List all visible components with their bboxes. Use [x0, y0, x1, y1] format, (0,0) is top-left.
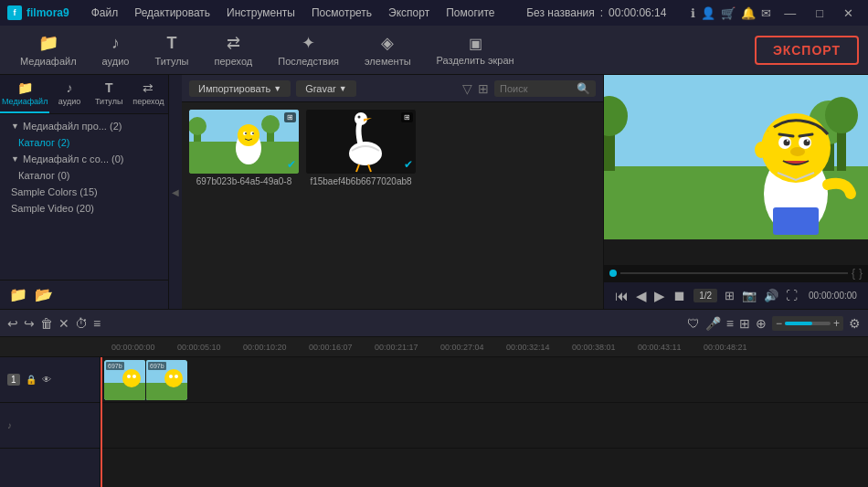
zoom-out-button[interactable]: − [776, 317, 782, 330]
tree-item-mediafile-c[interactable]: ▼ Медиафайл с со... (0) [0, 151, 168, 167]
playhead[interactable] [101, 357, 102, 487]
cut-button[interactable]: ✕ [58, 316, 69, 331]
grid-collapse-arrow[interactable]: ◀ [169, 75, 182, 309]
sidebar-media-icon: 📁 [17, 80, 33, 95]
mic-icon[interactable]: 🎤 [705, 316, 721, 331]
track-content: 697b 697b [101, 357, 868, 487]
delete-button[interactable]: 🗑 [40, 316, 53, 331]
timeline-tracks: 1 🔒 👁 ♪ [0, 357, 868, 487]
gravar-button[interactable]: Gravar ▼ [296, 80, 356, 97]
sidebar-tabs: 📁 Медиафайл ♪ аудио T Титулы ⇄ переход [0, 75, 168, 114]
shield-icon[interactable]: 🛡 [687, 316, 700, 331]
user-icon[interactable]: 👤 [701, 6, 715, 20]
add-folder-icon[interactable]: 📁 [9, 286, 27, 303]
zoom-slider[interactable] [785, 322, 831, 325]
svg-point-45 [164, 369, 183, 387]
volume-icon[interactable]: 🔊 [764, 289, 778, 302]
toolbar-elements[interactable]: ◈ элементы [354, 29, 422, 70]
info-icon[interactable]: ℹ [691, 6, 695, 20]
media-grid: ⊞ ✔ 697b023b-64a5-49a0-8 [182, 102, 603, 309]
search-input[interactable] [500, 83, 573, 94]
thumb-img-1: ⊞ ✔ [189, 110, 299, 174]
filter-icon[interactable]: ▽ [462, 81, 472, 96]
screenshot-icon[interactable]: 📷 [742, 289, 757, 302]
sidebar-tab-media[interactable]: 📁 Медиафайл [0, 75, 49, 113]
menu-view[interactable]: Посмотреть [304, 5, 379, 21]
toolbar-audio[interactable]: ♪ аудио [91, 30, 141, 70]
media-thumb-1[interactable]: ⊞ ✔ 697b023b-64a5-49a0-8 [189, 110, 299, 186]
fullscreen-icon[interactable]: ⛶ [786, 289, 798, 302]
undo-button[interactable]: ↩ [7, 316, 18, 331]
bell-icon[interactable]: 🔔 [741, 6, 756, 20]
bracket-right: } [859, 267, 863, 280]
sidebar-titles-icon: T [105, 80, 113, 95]
toolbar-media[interactable]: 📁 Медиафайл [9, 29, 88, 70]
search-icon[interactable]: 🔍 [577, 82, 590, 95]
add-circle-icon[interactable]: ⊕ [756, 316, 767, 331]
import-label: Импортировать [198, 83, 270, 94]
prev-frame-button[interactable]: ⏮ [615, 288, 629, 303]
svg-rect-19 [604, 166, 868, 239]
video-clip-1[interactable]: 697b 697b [104, 360, 187, 400]
svg-point-46 [169, 375, 173, 378]
sidebar-tab-audio[interactable]: ♪ аудио [49, 75, 89, 113]
track-header-video: 1 🔒 👁 [0, 357, 100, 403]
tree-item-sample-video[interactable]: Sample Video (20) [0, 200, 168, 217]
play-backward-button[interactable]: ◀ [636, 288, 647, 304]
toolbar-split[interactable]: ▣ Разделить экран [426, 31, 525, 69]
minimize-button[interactable]: — [777, 6, 803, 20]
cart-icon[interactable]: 🛒 [721, 6, 736, 20]
lock-icon[interactable]: 🔒 [26, 375, 37, 385]
menu-help[interactable]: Помогите [439, 5, 502, 21]
tree-item-label: Медиафайл про... (2) [23, 121, 122, 132]
svg-point-29 [755, 142, 767, 158]
export-button[interactable]: ЭКСПОРТ [755, 36, 859, 65]
media-thumb-2[interactable]: ⊞ ✔ f15baef4b6b6677020ab8 [306, 110, 416, 186]
timeline-toolbar: ↩ ↪ 🗑 ✕ ⏱ ≡ 🛡 🎤 ≡ ⊞ ⊕ − + ⚙ [0, 310, 868, 337]
tree-item-mediafile[interactable]: ▼ Медиафайл про... (2) [0, 118, 168, 134]
tree-item-catalog2[interactable]: Каталог (0) [0, 167, 168, 184]
titlebar-right-controls: ℹ 👤 🛒 🔔 ✉ — □ ✕ [691, 6, 861, 20]
grid-icon2[interactable]: ⊞ [739, 316, 750, 331]
grid-view-icon[interactable]: ⊞ [478, 81, 489, 96]
list-icon[interactable]: ≡ [726, 316, 734, 331]
sidebar-tab-titles[interactable]: T Титулы [90, 75, 129, 113]
stop-button[interactable]: ⏹ [672, 288, 686, 303]
tree-item-sample-colors[interactable]: Sample Colors (15) [0, 184, 168, 200]
settings-icon[interactable]: ⚙ [849, 316, 861, 331]
ruler-mark-8: 00:00:43:11 [636, 343, 702, 352]
ruler-mark-2: 00:00:10:20 [241, 343, 307, 352]
eye-icon[interactable]: 👁 [42, 375, 51, 385]
import-icon[interactable]: 📂 [35, 286, 53, 303]
ruler-mark-6: 00:00:32:14 [504, 343, 570, 352]
maximize-button[interactable]: □ [809, 6, 831, 20]
zoom-in-button[interactable]: + [833, 317, 840, 330]
menu-tools[interactable]: Инструменты [219, 5, 302, 21]
titlebar: f filmora9 Файл Редактировать Инструмент… [0, 0, 868, 26]
sidebar-media-label: Медиафайл [2, 97, 48, 106]
render-icon[interactable]: ⊞ [725, 289, 735, 302]
title-display: Без названия : 00:00:06:14 [526, 6, 666, 19]
close-button[interactable]: ✕ [836, 6, 861, 20]
tree-sample-video-label: Sample Video (20) [11, 203, 94, 214]
toolbar-titles[interactable]: T Титулы [143, 30, 199, 70]
title-timecode: 00:00:06:14 [609, 6, 666, 19]
svg-point-32 [784, 140, 790, 146]
redo-button[interactable]: ↪ [24, 316, 35, 331]
preview-panel: { } ⏮ ◀ ▶ ⏹ 1/2 ⊞ 📷 🔊 ⛶ 00:00:00:00 [603, 75, 868, 309]
align-icon[interactable]: ≡ [93, 316, 101, 331]
toolbar-effects[interactable]: ✦ Последствия [267, 29, 350, 70]
tree-item-catalog1[interactable]: Каталог (2) [0, 134, 168, 151]
menu-file[interactable]: Файл [84, 5, 126, 21]
menu-edit[interactable]: Редактировать [127, 5, 217, 21]
timer-icon[interactable]: ⏱ [75, 316, 88, 331]
svg-rect-39 [104, 383, 145, 400]
import-button[interactable]: Импортировать ▼ [189, 80, 291, 97]
toolbar-transition[interactable]: ⇄ переход [204, 29, 264, 70]
speed-fraction[interactable]: 1/2 [693, 289, 717, 302]
mail-icon[interactable]: ✉ [761, 6, 771, 20]
menu-export[interactable]: Экспорт [381, 5, 437, 21]
play-button[interactable]: ▶ [654, 288, 665, 304]
sidebar-tab-transition[interactable]: ⇄ переход [129, 75, 168, 113]
timeline: ↩ ↪ 🗑 ✕ ⏱ ≡ 🛡 🎤 ≡ ⊞ ⊕ − + ⚙ 00:00:00:00 … [0, 309, 868, 487]
